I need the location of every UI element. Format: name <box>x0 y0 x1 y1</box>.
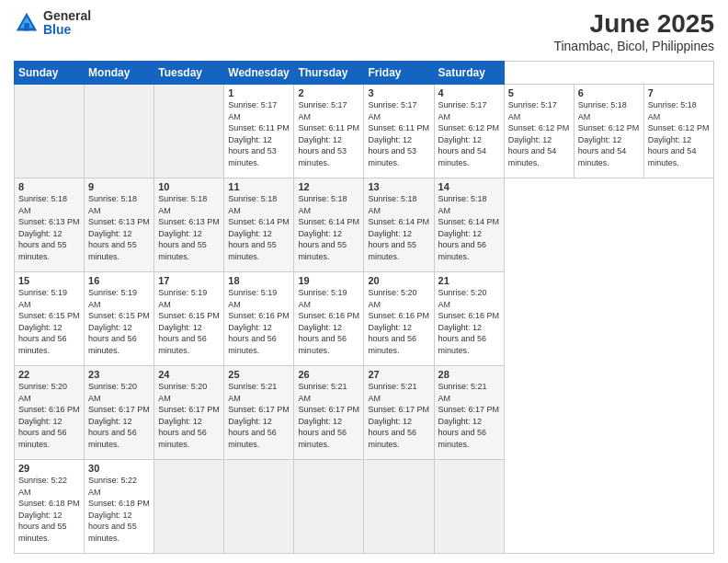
sunset-4: Sunset: 6:12 PM <box>438 123 500 132</box>
day-cell-30: 30 Sunrise: 5:22 AM Sunset: 6:18 PM Dayl… <box>85 460 154 554</box>
day-cell-15: 15 Sunrise: 5:19 AM Sunset: 6:15 PM Dayl… <box>15 272 85 366</box>
header-friday: Friday <box>364 62 434 85</box>
day-number-17: 17 <box>158 275 220 286</box>
sunset-21: Sunset: 6:16 PM <box>438 311 500 320</box>
sunset-30: Sunset: 6:18 PM <box>88 499 150 508</box>
empty-cell-w4-d6 <box>434 460 504 554</box>
sunset-18: Sunset: 6:16 PM <box>228 311 290 320</box>
daylight-26: Daylight: 12 hours and 56 minutes. <box>298 417 347 449</box>
sunset-24: Sunset: 6:17 PM <box>158 405 220 414</box>
sunrise-12: Sunrise: 5:18 AM <box>298 194 347 215</box>
sunset-22: Sunset: 6:16 PM <box>18 405 80 414</box>
day-info-5: Sunrise: 5:17 AM Sunset: 6:12 PM Dayligh… <box>508 99 570 169</box>
sunrise-3: Sunrise: 5:17 AM <box>368 100 416 121</box>
day-cell-4: 4 Sunrise: 5:17 AM Sunset: 6:12 PM Dayli… <box>434 85 504 178</box>
day-cell-28: 28 Sunrise: 5:21 AM Sunset: 6:17 PM Dayl… <box>434 366 504 460</box>
sunset-12: Sunset: 6:14 PM <box>298 217 359 226</box>
day-number-24: 24 <box>158 369 220 380</box>
day-cell-3: 3 Sunrise: 5:17 AM Sunset: 6:11 PM Dayli… <box>364 85 434 178</box>
header-monday: Monday <box>85 62 154 85</box>
day-cell-2: 2 Sunrise: 5:17 AM Sunset: 6:11 PM Dayli… <box>294 85 364 178</box>
day-number-28: 28 <box>438 369 500 380</box>
daylight-20: Daylight: 12 hours and 56 minutes. <box>368 323 416 355</box>
day-info-22: Sunrise: 5:20 AM Sunset: 6:16 PM Dayligh… <box>18 381 80 451</box>
day-info-26: Sunrise: 5:21 AM Sunset: 6:17 PM Dayligh… <box>298 381 359 451</box>
sunrise-6: Sunrise: 5:18 AM <box>578 100 627 121</box>
day-cell-9: 9 Sunrise: 5:18 AM Sunset: 6:13 PM Dayli… <box>85 178 154 272</box>
day-info-24: Sunrise: 5:20 AM Sunset: 6:17 PM Dayligh… <box>158 381 220 451</box>
daylight-12: Daylight: 12 hours and 55 minutes. <box>298 229 347 261</box>
day-info-4: Sunrise: 5:17 AM Sunset: 6:12 PM Dayligh… <box>438 99 500 169</box>
daylight-22: Daylight: 12 hours and 56 minutes. <box>18 417 67 449</box>
sunset-28: Sunset: 6:17 PM <box>438 405 500 414</box>
day-info-20: Sunrise: 5:20 AM Sunset: 6:16 PM Dayligh… <box>368 287 429 357</box>
sunset-6: Sunset: 6:12 PM <box>578 123 640 132</box>
sunset-13: Sunset: 6:14 PM <box>368 217 429 226</box>
daylight-30: Daylight: 12 hours and 55 minutes. <box>88 511 137 543</box>
daylight-8: Daylight: 12 hours and 55 minutes. <box>18 229 67 261</box>
sunrise-16: Sunrise: 5:19 AM <box>88 288 137 309</box>
empty-cell-w0-d2 <box>154 85 224 178</box>
day-cell-6: 6 Sunrise: 5:18 AM Sunset: 6:12 PM Dayli… <box>574 85 643 178</box>
day-cell-18: 18 Sunrise: 5:19 AM Sunset: 6:16 PM Dayl… <box>224 272 294 366</box>
day-number-23: 23 <box>88 369 150 380</box>
daylight-25: Daylight: 12 hours and 56 minutes. <box>228 417 277 449</box>
sunset-9: Sunset: 6:13 PM <box>88 217 150 226</box>
day-info-23: Sunrise: 5:20 AM Sunset: 6:17 PM Dayligh… <box>88 381 150 451</box>
sunrise-18: Sunrise: 5:19 AM <box>228 288 277 309</box>
daylight-18: Daylight: 12 hours and 56 minutes. <box>228 323 277 355</box>
day-cell-24: 24 Sunrise: 5:20 AM Sunset: 6:17 PM Dayl… <box>154 366 224 460</box>
day-info-9: Sunrise: 5:18 AM Sunset: 6:13 PM Dayligh… <box>88 193 150 263</box>
day-cell-29: 29 Sunrise: 5:22 AM Sunset: 6:18 PM Dayl… <box>15 460 85 554</box>
logo-blue: Blue <box>43 23 91 37</box>
sunset-17: Sunset: 6:15 PM <box>158 311 220 320</box>
day-info-16: Sunrise: 5:19 AM Sunset: 6:15 PM Dayligh… <box>88 287 150 357</box>
daylight-2: Daylight: 12 hours and 53 minutes. <box>298 135 347 167</box>
sunset-2: Sunset: 6:11 PM <box>298 123 359 132</box>
day-number-11: 11 <box>228 181 290 192</box>
sunset-26: Sunset: 6:17 PM <box>298 405 359 414</box>
day-cell-26: 26 Sunrise: 5:21 AM Sunset: 6:17 PM Dayl… <box>294 366 364 460</box>
daylight-7: Daylight: 12 hours and 54 minutes. <box>648 135 697 167</box>
calendar-table: Sunday Monday Tuesday Wednesday Thursday… <box>14 61 714 554</box>
sunrise-22: Sunrise: 5:20 AM <box>18 382 67 403</box>
logo-general: General <box>43 9 91 23</box>
day-cell-12: 12 Sunrise: 5:18 AM Sunset: 6:14 PM Dayl… <box>294 178 364 272</box>
day-cell-5: 5 Sunrise: 5:17 AM Sunset: 6:12 PM Dayli… <box>504 85 574 178</box>
sunrise-30: Sunrise: 5:22 AM <box>88 476 137 497</box>
daylight-11: Daylight: 12 hours and 55 minutes. <box>228 229 277 261</box>
day-cell-16: 16 Sunrise: 5:19 AM Sunset: 6:15 PM Dayl… <box>85 272 154 366</box>
day-number-13: 13 <box>368 181 429 192</box>
sunset-3: Sunset: 6:11 PM <box>368 123 429 132</box>
day-number-5: 5 <box>508 87 570 98</box>
day-info-8: Sunrise: 5:18 AM Sunset: 6:13 PM Dayligh… <box>18 193 80 263</box>
sunrise-5: Sunrise: 5:17 AM <box>508 100 557 121</box>
day-number-21: 21 <box>438 275 500 286</box>
day-info-14: Sunrise: 5:18 AM Sunset: 6:14 PM Dayligh… <box>438 193 500 263</box>
day-cell-8: 8 Sunrise: 5:18 AM Sunset: 6:13 PM Dayli… <box>15 178 85 272</box>
calendar-header-row: Sunday Monday Tuesday Wednesday Thursday… <box>15 62 714 85</box>
day-cell-13: 13 Sunrise: 5:18 AM Sunset: 6:14 PM Dayl… <box>364 178 434 272</box>
daylight-5: Daylight: 12 hours and 54 minutes. <box>508 135 557 167</box>
day-info-19: Sunrise: 5:19 AM Sunset: 6:16 PM Dayligh… <box>298 287 359 357</box>
day-number-26: 26 <box>298 369 359 380</box>
day-cell-19: 19 Sunrise: 5:19 AM Sunset: 6:16 PM Dayl… <box>294 272 364 366</box>
calendar-title: June 2025 <box>553 9 714 39</box>
day-info-28: Sunrise: 5:21 AM Sunset: 6:17 PM Dayligh… <box>438 381 500 451</box>
daylight-21: Daylight: 12 hours and 56 minutes. <box>438 323 487 355</box>
empty-cell-w0-d1 <box>85 85 154 178</box>
sunrise-17: Sunrise: 5:19 AM <box>158 288 207 309</box>
empty-cell-w4-d4 <box>294 460 364 554</box>
calendar-subtitle: Tinambac, Bicol, Philippines <box>553 39 714 53</box>
day-info-29: Sunrise: 5:22 AM Sunset: 6:18 PM Dayligh… <box>18 475 80 545</box>
header-sunday: Sunday <box>15 62 85 85</box>
sunrise-27: Sunrise: 5:21 AM <box>368 382 416 403</box>
day-number-18: 18 <box>228 275 290 286</box>
empty-cell-w4-d2 <box>154 460 224 554</box>
sunset-5: Sunset: 6:12 PM <box>508 123 570 132</box>
day-info-15: Sunrise: 5:19 AM Sunset: 6:15 PM Dayligh… <box>18 287 80 357</box>
day-number-10: 10 <box>158 181 220 192</box>
day-cell-17: 17 Sunrise: 5:19 AM Sunset: 6:15 PM Dayl… <box>154 272 224 366</box>
logo-text: General Blue <box>43 9 91 38</box>
sunrise-24: Sunrise: 5:20 AM <box>158 382 207 403</box>
